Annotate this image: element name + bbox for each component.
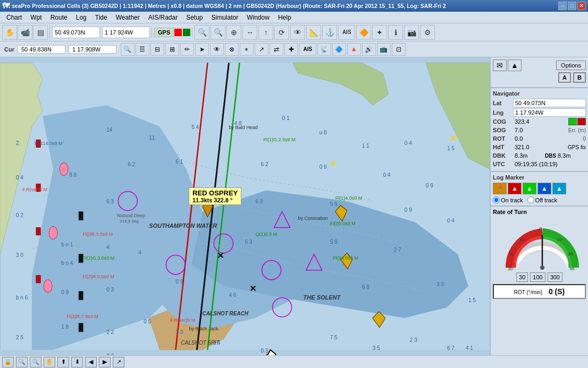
nav-lat-input[interactable]: 50 49.073N xyxy=(52,27,100,38)
nav-lng-input[interactable]: 1 17.924W xyxy=(102,27,150,38)
svg-text:Fl(1)G.2.5s9 M: Fl(1)G.2.5s9 M xyxy=(264,137,296,142)
app-icon: 🗺 xyxy=(2,2,10,10)
course-up-button[interactable]: ⟳ xyxy=(274,25,289,40)
tb2-btn-15[interactable]: 🔷 xyxy=(332,43,346,56)
tb2-btn-7[interactable]: 👁 xyxy=(210,43,224,56)
status-left-icon[interactable]: ◀ xyxy=(85,357,97,367)
mark-button[interactable]: ✦ xyxy=(372,25,387,40)
lm-icon-3[interactable]: ▲ xyxy=(523,183,536,194)
menu-help[interactable]: Help xyxy=(274,13,296,22)
triangle-up-icon-button[interactable]: ▲ xyxy=(508,59,522,71)
chart-area[interactable]: ✕ ✕ ✕ ✕ SOUTHAMPTON WATER CALSHOT REACH … xyxy=(0,57,490,355)
menu-setup[interactable]: Setup xyxy=(182,13,207,22)
menu-log[interactable]: Log xyxy=(72,13,91,22)
envelope-icon-button[interactable]: ✉ xyxy=(493,59,507,71)
tb2-btn-10[interactable]: ↗ xyxy=(255,43,268,56)
svg-marker-2 xyxy=(293,63,389,105)
tb2-btn-12[interactable]: ✚ xyxy=(284,43,298,56)
maximize-button[interactable]: □ xyxy=(568,2,576,10)
lm-icon-5[interactable]: ▲ xyxy=(552,183,566,194)
menu-window[interactable]: Window xyxy=(242,13,274,22)
anchor-button[interactable]: ⚓ xyxy=(322,25,337,40)
svg-text:Fl(114.0s9 M: Fl(114.0s9 M xyxy=(35,141,63,146)
tab-b-button[interactable]: B xyxy=(573,72,586,83)
tab-a-button[interactable]: A xyxy=(558,72,571,83)
status-zoom-in-icon[interactable]: 🔍 xyxy=(30,357,41,367)
route-button[interactable]: 🔶 xyxy=(356,25,371,40)
off-track-radio-input[interactable] xyxy=(527,196,534,203)
menu-wpt[interactable]: Wpt xyxy=(26,13,46,22)
hand-tool-button[interactable]: ✋ xyxy=(2,25,17,40)
svg-marker-21 xyxy=(373,312,385,328)
svg-text:4 8: 4 8 xyxy=(234,121,241,126)
cog-green-box xyxy=(568,118,577,125)
sog-label: SOG xyxy=(493,127,513,133)
svg-text:b n 4: b n 4 xyxy=(61,260,73,266)
lat-value: 50 49.073N xyxy=(513,99,586,107)
tb2-btn-18[interactable]: 📺 xyxy=(377,43,391,56)
on-track-radio[interactable]: On track xyxy=(493,196,523,203)
layers-button[interactable]: ▤ xyxy=(33,25,48,40)
tb2-btn-11[interactable]: ⇄ xyxy=(270,43,283,56)
tb2-btn-9[interactable]: ⌖ xyxy=(240,43,254,56)
tb2-btn-13[interactable]: AIS xyxy=(299,43,316,56)
svg-rect-27 xyxy=(79,254,83,263)
tb2-btn-17[interactable]: 🔊 xyxy=(362,43,376,56)
menu-weather[interactable]: Weather xyxy=(112,13,144,22)
tb2-btn-16[interactable]: 🔺 xyxy=(347,43,361,56)
options-button[interactable]: Options xyxy=(556,61,586,70)
svg-point-124 xyxy=(540,266,544,270)
menu-ais-radar[interactable]: AIS/Radar xyxy=(144,13,182,22)
settings-button[interactable]: ⚙ xyxy=(420,25,435,40)
minimize-button[interactable]: ─ xyxy=(558,2,567,10)
measure-button[interactable]: 📐 xyxy=(306,25,321,40)
tb2-btn-14[interactable]: 📡 xyxy=(317,43,331,56)
svg-text:3 3: 3 3 xyxy=(106,353,114,355)
status-right-icon[interactable]: ▶ xyxy=(99,357,111,367)
status-hand-icon[interactable]: ✋ xyxy=(44,357,55,367)
menu-tide[interactable]: Tide xyxy=(91,13,112,22)
svg-text:3 5: 3 5 xyxy=(373,345,380,351)
sog-value: 7.0 xyxy=(513,126,564,134)
tb2-btn-2[interactable]: ☰ xyxy=(136,43,149,56)
svg-text:6 3: 6 3 xyxy=(256,199,263,204)
zoom-out-button[interactable]: 🔍 xyxy=(211,25,225,40)
video-button[interactable]: 📹 xyxy=(18,25,32,40)
tb2-btn-3[interactable]: ⊟ xyxy=(150,43,164,56)
rate-of-turn-section: Rate of Turn xyxy=(491,207,588,355)
tb2-btn-8[interactable]: ⊗ xyxy=(225,43,239,56)
lm-icon-2[interactable]: ▲ xyxy=(508,183,522,194)
off-track-radio[interactable]: Off track xyxy=(527,196,557,203)
info-button[interactable]: ℹ xyxy=(388,25,403,40)
north-up-button[interactable]: ↑ xyxy=(258,25,273,40)
tb2-btn-19[interactable]: ⊡ xyxy=(392,43,406,56)
menu-simulator[interactable]: Simulator xyxy=(207,13,243,22)
svg-text:Fl(I)R.3.0s9 M: Fl(I)R.3.0s9 M xyxy=(82,232,113,237)
svg-point-12 xyxy=(166,255,185,275)
close-button[interactable]: ✕ xyxy=(577,2,586,10)
eye-button[interactable]: 👁 xyxy=(290,25,305,40)
zoom-in-button[interactable]: 🔍 xyxy=(195,25,209,40)
tb2-btn-1[interactable]: 🔍 xyxy=(121,43,135,56)
on-track-radio-input[interactable] xyxy=(493,196,500,203)
rotate-button[interactable]: ↔ xyxy=(242,25,257,40)
status-bar: 🔒 🔍 🔍 ✋ ⬆ ⬇ ◀ ▶ ↗ xyxy=(0,355,588,368)
camera-button[interactable]: 📷 xyxy=(404,25,419,40)
ship-label: RED OSPREY 11.3kts 322.8 ° xyxy=(189,187,241,205)
status-zoom-out-icon[interactable]: 🔍 xyxy=(16,357,28,367)
gps-button[interactable]: GPS xyxy=(154,28,174,37)
lm-icon-1[interactable]: 📍 xyxy=(493,183,507,194)
status-nav-icon[interactable]: ↗ xyxy=(113,357,124,367)
pan-button[interactable]: ⊕ xyxy=(226,25,241,40)
off-track-label: Off track xyxy=(535,197,557,203)
tb2-btn-6[interactable]: ➤ xyxy=(195,43,209,56)
status-lock-icon[interactable]: 🔒 xyxy=(2,357,14,367)
status-up-icon[interactable]: ⬆ xyxy=(57,357,69,367)
tb2-btn-5[interactable]: ✏ xyxy=(180,43,194,56)
ais-button[interactable]: AIS xyxy=(338,25,355,40)
menu-route[interactable]: Route xyxy=(46,13,72,22)
lm-icon-4[interactable]: ▲ xyxy=(537,183,551,194)
menu-chart[interactable]: Chart xyxy=(2,13,26,22)
status-down-icon[interactable]: ⬇ xyxy=(71,357,83,367)
tb2-btn-4[interactable]: ⊞ xyxy=(165,43,179,56)
